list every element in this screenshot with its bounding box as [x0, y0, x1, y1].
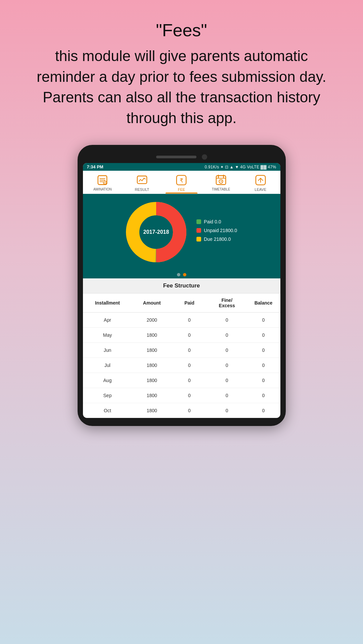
legend-paid-label: Paid 0.0	[204, 219, 221, 224]
table-row: Oct 1800 0 0 0	[83, 403, 280, 418]
carousel-indicators	[83, 269, 280, 278]
tab-examination-label: AMINATION	[93, 187, 112, 191]
cell-month: Sep	[83, 388, 132, 403]
cell-amount: 1800	[132, 328, 172, 343]
table-row: Apr 2000 0 0 0	[83, 313, 280, 328]
svg-rect-7	[137, 176, 147, 184]
tab-examination[interactable]: AMINATION	[83, 171, 123, 194]
fee-structure-title: Fee Structure	[83, 278, 280, 293]
cell-amount: 1800	[132, 358, 172, 373]
cell-balance: 0	[247, 388, 280, 403]
cell-paid: 0	[172, 403, 207, 418]
cell-paid: 0	[172, 358, 207, 373]
cell-balance: 0	[247, 328, 280, 343]
cell-fine: 0	[207, 403, 247, 418]
cell-balance: 0	[247, 373, 280, 388]
chart-center-year: 2017-2018	[143, 229, 169, 235]
cell-fine: 0	[207, 358, 247, 373]
tab-result-label: RESULT	[135, 187, 149, 192]
tab-timetable-label: TIMETABLE	[212, 187, 230, 191]
tab-timetable[interactable]: TIMETABLE	[201, 171, 241, 194]
examination-icon	[96, 174, 108, 186]
table-row: Jun 1800 0 0 0	[83, 343, 280, 358]
cell-month: Apr	[83, 313, 132, 328]
cell-amount: 1800	[132, 388, 172, 403]
status-time: 7:34 PM	[87, 164, 103, 169]
cell-paid: 0	[172, 373, 207, 388]
svg-text:₹: ₹	[180, 177, 183, 184]
carousel-dot-1[interactable]	[177, 273, 180, 276]
cell-month: Jun	[83, 343, 132, 358]
phone-camera	[202, 154, 207, 160]
phone-body: 7:34 PM 0.91K/s ✦ ⊡ ▲ ▼ 4G VoLTE ▓▓ 47%	[78, 145, 286, 426]
legend-dot-due	[196, 237, 201, 241]
timetable-icon	[215, 174, 227, 186]
col-header-paid: Paid	[172, 293, 207, 313]
legend-due: Due 21800.0	[196, 236, 237, 242]
cell-amount: 1800	[132, 373, 172, 388]
module-description: this module will give parents automatic …	[27, 46, 336, 128]
cell-balance: 0	[247, 313, 280, 328]
tab-leave[interactable]: LEAVE	[241, 171, 280, 194]
cell-balance: 0	[247, 358, 280, 373]
table-row: Jul 1800 0 0 0	[83, 358, 280, 373]
module-title: "Fees"	[27, 20, 336, 40]
cell-paid: 0	[172, 343, 207, 358]
cell-fine: 0	[207, 328, 247, 343]
col-header-fine: Fine/Excess	[207, 293, 247, 313]
legend-dot-paid	[196, 219, 201, 224]
cell-balance: 0	[247, 343, 280, 358]
cell-amount: 1800	[132, 403, 172, 418]
status-info: 0.91K/s ✦ ⊡ ▲ ▼ 4G VoLTE ▓▓ 47%	[205, 165, 276, 169]
cell-month: Oct	[83, 403, 132, 418]
cell-paid: 0	[172, 328, 207, 343]
cell-amount: 2000	[132, 313, 172, 328]
legend-paid: Paid 0.0	[196, 219, 237, 224]
cell-balance: 0	[247, 403, 280, 418]
phone-mockup: 7:34 PM 0.91K/s ✦ ⊡ ▲ ▼ 4G VoLTE ▓▓ 47%	[0, 145, 363, 426]
col-header-amount: Amount	[132, 293, 172, 313]
nav-tabs: AMINATION RESULT	[83, 171, 280, 194]
table-row: Aug 1800 0 0 0	[83, 373, 280, 388]
cell-month: Jul	[83, 358, 132, 373]
cell-paid: 0	[172, 313, 207, 328]
result-icon	[136, 174, 148, 186]
leave-icon	[255, 174, 267, 186]
chart-section: 2017-2018 Paid 0.0 Unpaid 21800.0 Due 21…	[83, 194, 280, 269]
table-row: May 1800 0 0 0	[83, 328, 280, 343]
intro-section: "Fees" this module will give parents aut…	[0, 0, 363, 138]
cell-paid: 0	[172, 388, 207, 403]
legend-unpaid-label: Unpaid 21800.0	[204, 228, 237, 233]
col-header-installment: Installment	[83, 293, 132, 313]
cell-month: May	[83, 328, 132, 343]
cell-fine: 0	[207, 373, 247, 388]
cell-amount: 1800	[132, 343, 172, 358]
table-header-row: Installment Amount Paid Fine/Excess Bala…	[83, 293, 280, 313]
phone-notch	[83, 154, 280, 160]
status-bar: 7:34 PM 0.91K/s ✦ ⊡ ▲ ▼ 4G VoLTE ▓▓ 47%	[83, 163, 280, 171]
cell-month: Aug	[83, 373, 132, 388]
fee-table: Installment Amount Paid Fine/Excess Bala…	[83, 293, 280, 418]
col-header-balance: Balance	[247, 293, 280, 313]
phone-screen: 7:34 PM 0.91K/s ✦ ⊡ ▲ ▼ 4G VoLTE ▓▓ 47%	[83, 163, 280, 418]
tab-fee-label: FEE	[178, 187, 185, 192]
legend-unpaid: Unpaid 21800.0	[196, 228, 237, 233]
legend-due-label: Due 21800.0	[204, 236, 231, 242]
cell-fine: 0	[207, 343, 247, 358]
tab-result[interactable]: RESULT	[122, 171, 162, 194]
donut-chart: 2017-2018	[126, 202, 186, 262]
phone-speaker	[156, 156, 196, 158]
table-row: Sep 1800 0 0 0	[83, 388, 280, 403]
tab-leave-label: LEAVE	[255, 187, 266, 192]
chart-legend: Paid 0.0 Unpaid 21800.0 Due 21800.0	[196, 219, 237, 245]
carousel-dot-2[interactable]	[183, 273, 186, 276]
legend-dot-unpaid	[196, 228, 201, 233]
tab-fee[interactable]: ₹ FEE	[162, 171, 201, 194]
cell-fine: 0	[207, 313, 247, 328]
cell-fine: 0	[207, 388, 247, 403]
fee-icon: ₹	[175, 174, 187, 186]
